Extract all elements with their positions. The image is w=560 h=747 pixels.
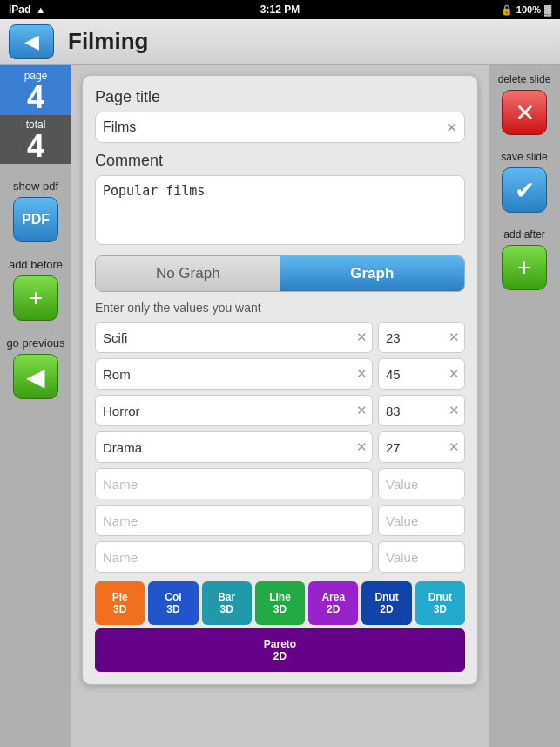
name-input-wrap[interactable] (95, 541, 373, 573)
name-input[interactable] (95, 505, 373, 536)
header-bar: ◀ Filming (0, 19, 560, 65)
name-clear-icon[interactable]: ✕ (356, 329, 368, 345)
status-right: 🔒 100% ▓ (501, 4, 551, 16)
name-input[interactable] (95, 468, 373, 499)
name-input-wrap[interactable] (95, 505, 373, 536)
prev-arrow-icon: ◀ (26, 363, 45, 391)
name-input[interactable] (95, 358, 373, 390)
data-row (95, 505, 465, 536)
total-number: 4 (0, 131, 71, 162)
value-input[interactable] (378, 468, 465, 499)
save-slide-section: save slide ✔ (489, 151, 560, 213)
data-rows: ✕✕✕✕✕✕✕✕ (95, 322, 465, 573)
go-previous-button[interactable]: ◀ (13, 354, 58, 399)
chart-type-button[interactable]: Area 2D (308, 581, 358, 625)
modal-card: Page title ✕ Comment Popular films No Gr… (82, 75, 478, 685)
value-input-wrap[interactable]: ✕ (378, 322, 465, 353)
chart-type-button[interactable]: Col 3D (148, 581, 198, 625)
name-input[interactable] (95, 541, 373, 573)
data-row: ✕✕ (95, 431, 465, 463)
go-previous-section: go previous ◀ (0, 336, 71, 399)
name-input-wrap[interactable]: ✕ (95, 358, 373, 390)
chart-type-button[interactable]: Line 3D (255, 581, 305, 625)
page-title-input-wrap[interactable]: ✕ (95, 112, 465, 143)
save-slide-label: save slide (501, 151, 547, 163)
name-clear-icon[interactable]: ✕ (356, 439, 368, 455)
page-number: 4 (0, 82, 71, 113)
data-row (95, 468, 465, 499)
comment-input-wrap[interactable]: Popular films (95, 175, 465, 245)
status-left: iPad ▲ (9, 3, 45, 16)
delete-slide-label: delete slide (498, 73, 551, 85)
page-title-clear-icon[interactable]: ✕ (446, 119, 457, 136)
show-pdf-button[interactable]: PDF (13, 197, 58, 242)
data-row: ✕✕ (95, 395, 465, 426)
name-input-wrap[interactable]: ✕ (95, 395, 373, 426)
name-input-wrap[interactable]: ✕ (95, 322, 373, 353)
chart-type-button[interactable]: Dnut 2D (361, 581, 411, 625)
back-arrow-icon: ◀ (24, 32, 39, 51)
value-clear-icon[interactable]: ✕ (449, 366, 460, 382)
right-sidebar: delete slide ✕ save slide ✔ add after + (489, 65, 560, 747)
value-clear-icon[interactable]: ✕ (449, 403, 460, 418)
value-input[interactable] (378, 541, 465, 573)
name-input[interactable] (95, 395, 373, 426)
check-icon: ✔ (515, 176, 535, 205)
data-row: ✕✕ (95, 358, 465, 390)
comment-input[interactable]: Popular films (96, 176, 464, 244)
chart-type-button[interactable]: Pareto 2D (95, 628, 465, 672)
name-input-wrap[interactable]: ✕ (95, 431, 373, 463)
wifi-icon: ▲ (36, 4, 45, 15)
main-layout: page 4 total 4 show pdf PDF add before +… (0, 65, 560, 747)
delete-slide-button[interactable]: ✕ (502, 90, 547, 135)
header-title: Filming (68, 28, 148, 55)
no-graph-toggle[interactable]: No Graph (96, 256, 280, 291)
status-time: 3:12 PM (260, 3, 300, 16)
name-clear-icon[interactable]: ✕ (356, 366, 368, 382)
add-after-section: add after + (489, 228, 560, 290)
name-input[interactable] (95, 431, 373, 463)
value-input-wrap[interactable]: ✕ (378, 395, 465, 426)
add-after-label: add after (503, 228, 544, 241)
add-after-icon: + (517, 254, 531, 282)
data-row (95, 541, 465, 573)
battery-label: 100% (516, 4, 541, 15)
plus-icon: + (29, 284, 43, 312)
left-sidebar: page 4 total 4 show pdf PDF add before +… (0, 65, 71, 747)
chart-types: Pie 3DCol 3DBar 3DLine 3DArea 2DDnut 2DD… (95, 581, 465, 672)
show-pdf-label: show pdf (13, 180, 58, 193)
chart-type-button[interactable]: Bar 3D (202, 581, 252, 625)
go-previous-label: go previous (6, 336, 64, 350)
value-clear-icon[interactable]: ✕ (449, 329, 460, 345)
graph-toggle[interactable]: Graph (280, 256, 465, 291)
value-input-wrap[interactable]: ✕ (378, 358, 465, 390)
chart-type-button[interactable]: Pie 3D (95, 581, 145, 625)
chart-type-button[interactable]: Dnut 3D (415, 581, 465, 625)
pdf-text: PDF (22, 212, 50, 227)
delete-icon: ✕ (515, 98, 535, 127)
comment-section-label: Comment (95, 152, 465, 170)
battery-icon: ▓ (544, 4, 551, 15)
page-title-input[interactable] (103, 119, 438, 135)
name-clear-icon[interactable]: ✕ (356, 403, 368, 418)
value-input-wrap[interactable] (378, 541, 465, 573)
value-input-wrap[interactable] (378, 468, 465, 499)
value-clear-icon[interactable]: ✕ (449, 439, 460, 455)
name-input[interactable] (95, 322, 373, 353)
back-button[interactable]: ◀ (9, 24, 54, 59)
add-after-button[interactable]: + (502, 245, 547, 290)
show-pdf-section: show pdf PDF (0, 180, 71, 242)
value-input-wrap[interactable]: ✕ (378, 431, 465, 463)
value-input-wrap[interactable] (378, 505, 465, 536)
ipad-label: iPad (9, 3, 30, 16)
toggle-group: No Graph Graph (95, 255, 465, 292)
add-before-section: add before + (0, 258, 71, 321)
total-info: total 4 (0, 115, 71, 164)
page-info: page 4 (0, 65, 71, 115)
name-input-wrap[interactable] (95, 468, 373, 499)
save-slide-button[interactable]: ✔ (502, 167, 547, 213)
status-bar: iPad ▲ 3:12 PM 🔒 100% ▓ (0, 0, 560, 19)
value-input[interactable] (378, 505, 465, 536)
add-before-button[interactable]: + (13, 275, 58, 321)
lock-icon: 🔒 (501, 4, 513, 16)
